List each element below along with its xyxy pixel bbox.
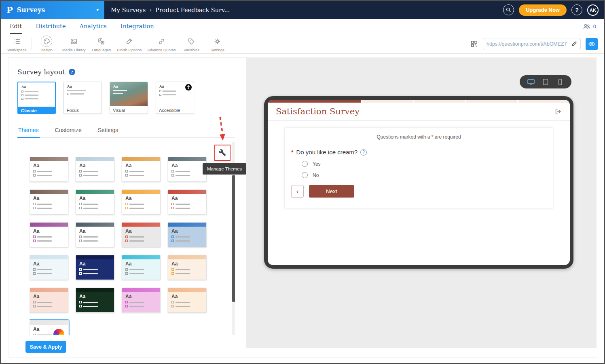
theme-card[interactable]: Aa <box>30 320 68 335</box>
tab-themes[interactable]: Themes <box>17 124 40 138</box>
theme-card[interactable]: Aa <box>30 255 68 280</box>
nav-tab-integration[interactable]: Integration <box>121 19 154 34</box>
languages-icon <box>97 38 105 45</box>
collaborators-count: 0 <box>593 23 596 29</box>
theme-sample-text: Aa <box>171 261 206 267</box>
theme-color-bar <box>122 157 160 161</box>
radio-icon[interactable] <box>302 161 308 167</box>
manage-themes-button[interactable] <box>214 145 231 161</box>
pencil-icon <box>571 41 577 47</box>
avatar[interactable]: AK <box>587 4 599 16</box>
layout-option-classic[interactable]: Aa Classic <box>17 82 56 114</box>
collaborators-widget[interactable]: 0 <box>583 19 596 34</box>
save-apply-button[interactable]: Save & Apply <box>25 341 66 353</box>
next-button[interactable]: Next <box>309 185 354 198</box>
theme-color-bar <box>30 190 68 194</box>
toolbar-item-workspace[interactable]: Workspace <box>4 36 30 52</box>
layout-option-visual[interactable]: Aa Visual <box>110 82 148 114</box>
theme-sample-text: Aa <box>33 196 68 201</box>
toolbar-item-settings[interactable]: Settings <box>205 36 231 52</box>
exit-survey-button[interactable] <box>554 108 562 115</box>
theme-card[interactable]: Aa <box>76 288 114 313</box>
survey-nav-buttons: ‹ Next <box>291 185 546 198</box>
layout-help-icon[interactable]: ? <box>69 69 75 75</box>
theme-card[interactable]: Aa <box>168 222 207 247</box>
layout-thumbnail: Aa <box>110 82 148 106</box>
nav-tab-distribute[interactable]: Distribute <box>36 19 66 34</box>
theme-sample-text: Aa <box>33 261 68 267</box>
toolbar-item-variables[interactable]: Variables <box>179 36 205 52</box>
theme-sample-text: Aa <box>79 261 114 267</box>
theme-card[interactable]: Aa <box>122 189 161 215</box>
theme-color-bar <box>168 190 206 194</box>
question-help-icon[interactable]: ? <box>360 149 367 156</box>
theme-card[interactable]: Aa <box>76 157 114 182</box>
preview-survey-button[interactable] <box>586 38 598 50</box>
theme-card[interactable]: Aa <box>168 255 207 280</box>
theme-card[interactable]: Aa <box>168 288 207 313</box>
qr-code-button[interactable] <box>470 40 478 48</box>
toolbar-item-finish-options[interactable]: Finish Options <box>114 36 145 52</box>
layout-option-accessible[interactable]: Aa Accessible <box>156 82 194 114</box>
toolbar-item-languages[interactable]: Languages <box>89 36 114 52</box>
tab-customize[interactable]: Customize <box>54 124 82 138</box>
theme-sample-text: Aa <box>171 196 206 201</box>
theme-color-bar <box>30 288 68 292</box>
nav-tab-analytics[interactable]: Analytics <box>79 19 106 34</box>
nav-tab-edit[interactable]: Edit <box>10 19 22 34</box>
survey-url-input[interactable] <box>487 41 569 47</box>
desktop-preview-button[interactable] <box>527 78 535 86</box>
toolbar-item-media-library[interactable]: Media Library <box>59 36 89 52</box>
topbar-actions: Upgrade Now ? AK <box>503 4 604 16</box>
progress-fill <box>268 100 362 103</box>
theme-grid: AaAaAaAaAaAaAaAaAaAaAaAaAaAaAaAaAaAaAaAa… <box>30 157 208 335</box>
progress-separator <box>361 100 362 103</box>
theme-color-bar <box>76 223 114 227</box>
theme-color-bar <box>30 321 68 325</box>
answer-option-yes[interactable]: Yes <box>302 161 546 167</box>
breadcrumb: My Surveys › Product Feedback Surv... <box>111 7 230 13</box>
answer-label: No <box>313 173 319 178</box>
tablet-preview-button[interactable] <box>542 78 550 86</box>
breadcrumb-current[interactable]: Product Feedback Surv... <box>155 7 230 13</box>
toolbar-item-advance-quotas[interactable]: Advance Quotas <box>144 36 178 52</box>
theme-card[interactable]: Aa <box>122 288 161 313</box>
theme-card[interactable]: Aa <box>76 222 114 247</box>
theme-sample-text: Aa <box>125 261 160 267</box>
help-button[interactable]: ? <box>571 4 582 15</box>
theme-color-bar <box>76 255 114 259</box>
theme-scrollbar-thumb[interactable] <box>232 175 235 302</box>
theme-color-bar <box>122 223 160 227</box>
theme-color-bar <box>76 190 114 194</box>
survey-url-field[interactable] <box>483 38 581 50</box>
breadcrumb-parent[interactable]: My Surveys <box>111 7 146 13</box>
theme-card[interactable]: Aa <box>76 189 114 215</box>
theme-card[interactable]: Aa <box>30 157 68 182</box>
product-switcher[interactable]: P Surveys ▾ <box>1 1 104 19</box>
progress-separator <box>517 100 518 103</box>
theme-color-bar <box>76 288 114 292</box>
theme-card[interactable]: Aa <box>122 255 161 280</box>
search-icon <box>506 7 512 13</box>
layout-option-focus[interactable]: Aa Focus <box>63 82 102 114</box>
tab-settings[interactable]: Settings <box>97 124 119 138</box>
theme-card[interactable]: Aa <box>30 222 68 247</box>
toolbar-item-design[interactable]: Design <box>34 36 59 52</box>
theme-card[interactable]: Aa <box>168 189 207 215</box>
theme-card[interactable]: Aa <box>30 189 68 215</box>
edit-url-button[interactable] <box>571 41 577 47</box>
theme-card[interactable]: Aa <box>122 222 161 247</box>
theme-color-bar <box>122 255 160 259</box>
theme-card[interactable]: Aa <box>30 288 68 313</box>
phone-preview-button[interactable] <box>556 78 564 86</box>
progress-bar <box>268 100 570 103</box>
answer-option-no[interactable]: No <box>302 172 546 178</box>
theme-card[interactable]: Aa <box>76 255 114 280</box>
breadcrumb-separator-icon: › <box>149 7 152 13</box>
radio-icon[interactable] <box>302 172 308 178</box>
theme-card[interactable]: Aa <box>168 157 207 182</box>
upgrade-now-button[interactable]: Upgrade Now <box>519 4 567 16</box>
search-button[interactable] <box>503 4 514 15</box>
theme-card[interactable]: Aa <box>122 157 161 182</box>
back-button[interactable]: ‹ <box>291 185 304 198</box>
